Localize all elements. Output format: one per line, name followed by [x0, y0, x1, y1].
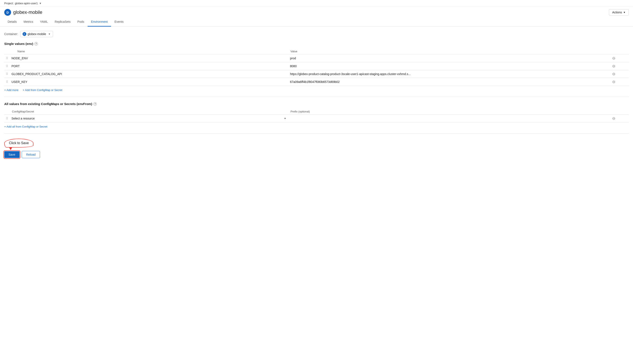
- add-all-links: + Add all from ConfigMap or Secret: [4, 125, 629, 128]
- top-bar: Project: globex-apim-user1 ▼: [0, 0, 633, 7]
- select-resource-wrapper: Select a resource ▼: [10, 114, 288, 122]
- remove-row-button[interactable]: ⊖: [610, 56, 617, 60]
- env-name-input-2[interactable]: [10, 70, 288, 78]
- tab-yaml[interactable]: YAML: [37, 18, 51, 26]
- project-name: globex-apim-user1: [15, 2, 38, 5]
- add-from-configmap-link[interactable]: + Add from ConfigMap or Secret: [23, 88, 62, 92]
- add-more-link[interactable]: + Add more: [4, 88, 19, 92]
- configmap-row: ⠿ Select a resource ▼ ⊖: [4, 114, 629, 122]
- btn-row: Save Reload: [4, 151, 629, 158]
- remove-icon: ⊖: [612, 80, 615, 84]
- app-header: D globex-mobile Actions ▼: [0, 7, 633, 18]
- env-name-input-3[interactable]: [10, 78, 288, 86]
- drag-handle-icon: ⠿: [4, 80, 10, 84]
- tabs-nav: Details Metrics YAML ReplicaSets Pods En…: [0, 18, 633, 26]
- remove-icon: ⊖: [612, 72, 615, 76]
- env-value-input-1[interactable]: [288, 62, 610, 70]
- env-table: Name Value ⠿ ⊖ ⠿: [4, 48, 629, 86]
- table-row: ⠿ ⊖: [4, 62, 629, 70]
- table-row: ⠿ ⊖: [4, 70, 629, 78]
- all-values-title: All values from existing ConfigMaps or S…: [4, 102, 629, 106]
- divider-2: [4, 133, 629, 134]
- tab-replicasets[interactable]: ReplicaSets: [51, 18, 74, 26]
- remove-configmap-button[interactable]: ⊖: [610, 116, 617, 120]
- bottom-actions: Click to Save Save Reload: [4, 139, 629, 158]
- add-links: + Add more + Add from ConfigMap or Secre…: [4, 88, 629, 92]
- select-resource-dropdown[interactable]: Select a resource: [10, 114, 288, 122]
- remove-icon: ⊖: [612, 116, 615, 120]
- drag-handle-icon: ⠿: [4, 117, 10, 120]
- project-chevron-icon: ▼: [39, 2, 42, 5]
- app-title-row: D globex-mobile: [4, 9, 42, 16]
- container-icon: C: [23, 32, 26, 36]
- save-button[interactable]: Save: [4, 151, 20, 158]
- content-area: Container: C globex-mobile ▼ Single valu…: [0, 26, 633, 162]
- project-label: Project:: [4, 2, 14, 5]
- drag-handle-icon: ⠿: [4, 56, 10, 60]
- tab-events[interactable]: Events: [111, 18, 127, 26]
- container-name: globex-mobile: [28, 32, 46, 36]
- drag-handle-icon: ⠿: [4, 64, 10, 68]
- click-to-save-bubble: Click to Save: [4, 139, 34, 148]
- col-prefix-header: Prefix (optional): [288, 109, 610, 114]
- tab-details[interactable]: Details: [4, 18, 20, 26]
- project-selector[interactable]: Project: globex-apim-user1 ▼: [4, 2, 42, 5]
- all-values-help-icon[interactable]: ?: [93, 102, 97, 106]
- tab-environment[interactable]: Environment: [88, 18, 111, 26]
- actions-label: Actions: [612, 11, 622, 14]
- remove-row-button[interactable]: ⊖: [610, 72, 617, 76]
- single-values-help-icon[interactable]: ?: [35, 42, 38, 46]
- container-label: Container:: [4, 32, 18, 36]
- env-value-input-3[interactable]: [288, 78, 610, 86]
- env-value-input-2[interactable]: [288, 70, 610, 78]
- drag-handle-icon: ⠿: [4, 72, 10, 76]
- prefix-input[interactable]: [288, 114, 610, 122]
- actions-chevron-icon: ▼: [623, 11, 625, 14]
- container-chevron-icon: ▼: [48, 33, 51, 35]
- table-row: ⠿ ⊖: [4, 78, 629, 86]
- app-title: globex-mobile: [13, 10, 42, 15]
- env-name-input-0[interactable]: [10, 54, 288, 62]
- remove-row-button[interactable]: ⊖: [610, 80, 617, 84]
- env-value-input-0[interactable]: [288, 54, 610, 62]
- remove-icon: ⊖: [612, 64, 615, 68]
- configmap-table: ConfigMap/Secret Prefix (optional) ⠿ Sel…: [4, 109, 629, 122]
- col-configmap-header: ConfigMap/Secret: [10, 109, 288, 114]
- remove-icon: ⊖: [612, 56, 615, 60]
- actions-button[interactable]: Actions ▼: [609, 9, 629, 16]
- reload-button[interactable]: Reload: [22, 151, 40, 158]
- container-row: Container: C globex-mobile ▼: [4, 31, 629, 37]
- speech-bubble-wrapper: Click to Save: [4, 139, 34, 148]
- container-select[interactable]: C globex-mobile ▼: [20, 31, 53, 37]
- add-all-from-configmap-link[interactable]: + Add all from ConfigMap or Secret: [4, 125, 48, 128]
- single-values-title: Single values (env) ?: [4, 42, 629, 46]
- app-icon: D: [4, 9, 11, 16]
- table-row: ⠿ ⊖: [4, 54, 629, 62]
- col-value-header: Value: [288, 48, 610, 54]
- col-name-header: Name: [10, 48, 288, 54]
- tab-metrics[interactable]: Metrics: [20, 18, 37, 26]
- divider-1: [4, 97, 629, 97]
- remove-row-button[interactable]: ⊖: [610, 64, 617, 68]
- tab-pods[interactable]: Pods: [74, 18, 88, 26]
- env-name-input-1[interactable]: [10, 62, 288, 70]
